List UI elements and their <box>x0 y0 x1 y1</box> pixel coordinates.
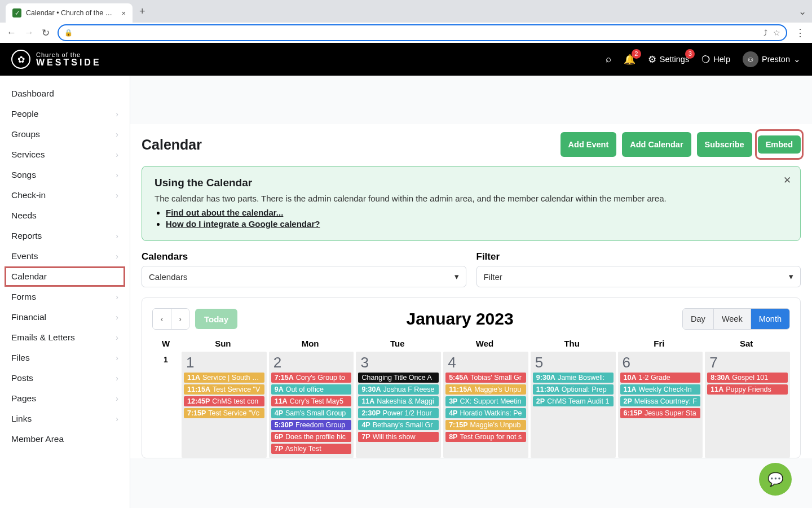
view-month-button[interactable]: Month <box>751 309 789 329</box>
calendar-event[interactable]: 11APuppy Friends <box>707 384 788 395</box>
sidebar-item-services[interactable]: Services› <box>0 144 130 165</box>
today-button[interactable]: Today <box>195 309 237 329</box>
sidebar-item-check-in[interactable]: Check-in› <box>0 185 130 205</box>
logo-text: Church of the WESTSIDE <box>36 52 102 67</box>
calendar-event[interactable]: 4PBethany's Small Gr <box>358 420 439 430</box>
calendar-event[interactable]: 4PHoratio Watkins: Pe <box>445 408 526 418</box>
prev-month-button[interactable]: ‹ <box>153 309 171 329</box>
tab-list-dropdown-icon[interactable]: ⌄ <box>798 6 806 17</box>
sidebar-item-posts[interactable]: Posts› <box>0 368 130 388</box>
calendar-event[interactable]: 5:45ATobias' Small Gr <box>445 373 526 383</box>
new-tab-button[interactable]: + <box>139 6 145 17</box>
chat-fab[interactable]: 💬 <box>759 463 792 496</box>
calendar-event[interactable]: 9:30AJamie Boswell: <box>533 373 614 383</box>
sidebar-item-financial[interactable]: Financial› <box>0 307 130 327</box>
sidebar-item-links[interactable]: Links› <box>0 409 130 429</box>
sidebar-item-reports[interactable]: Reports› <box>0 226 130 246</box>
sidebar-item-emails-letters[interactable]: Emails & Letters› <box>0 327 130 348</box>
day-cell[interactable]: 59:30AJamie Boswell:11:30AOptional: Prep… <box>531 352 616 458</box>
sidebar-item-forms[interactable]: Forms› <box>0 287 130 307</box>
dow-header: Thu <box>528 339 616 348</box>
day-cell[interactable]: 27:15ACory's Group to9AOut of office11AC… <box>269 352 354 458</box>
subscribe-button[interactable]: Subscribe <box>697 132 752 157</box>
filter-dropdown[interactable]: Filter▾ <box>476 266 801 287</box>
calendar-event[interactable]: 6:15PJesus Super Sta <box>620 408 701 418</box>
close-tab-icon[interactable]: × <box>121 9 126 17</box>
calendar-event[interactable]: 11ACory's Test May5 <box>271 396 352 406</box>
view-week-button[interactable]: Week <box>713 309 751 329</box>
reload-button[interactable]: ↻ <box>42 27 50 39</box>
day-cell[interactable]: 3Changing Title Once A9:30AJoshua F Rees… <box>356 352 441 458</box>
calendar-event[interactable]: 8PTest Group for not s <box>445 432 526 442</box>
browser-tab[interactable]: ✓ Calendar • Church of the West × <box>6 3 133 23</box>
avatar: ☺ <box>743 51 758 67</box>
calendar-event[interactable]: 8:30AGospel 101 <box>707 373 788 383</box>
day-cell[interactable]: 111AService | South Ca11:15ATest Service… <box>182 352 267 458</box>
search-button[interactable]: ⌕ <box>606 54 611 65</box>
calendar-event[interactable]: 3PCX: Support Meetin <box>445 396 526 406</box>
sidebar-item-needs[interactable]: Needs <box>0 205 130 226</box>
info-link-calendar[interactable]: Find out about the calendar... <box>166 208 283 217</box>
back-button[interactable]: ← <box>7 27 16 38</box>
day-cell[interactable]: 45:45ATobias' Small Gr11:15AMaggie's Unp… <box>443 352 528 458</box>
calendar-event[interactable]: 5:30PFreedom Group <box>271 420 352 430</box>
sidebar-item-member-area[interactable]: Member Area <box>0 429 130 449</box>
calendar-event[interactable]: 2:30PPower 1/2 Hour <box>358 408 439 418</box>
calendar-event[interactable]: 11ANakeshia & Maggi <box>358 396 439 406</box>
sidebar-item-pages[interactable]: Pages› <box>0 388 130 409</box>
calendar-event[interactable]: 11:30AOptional: Prep <box>533 384 614 395</box>
info-link-google[interactable]: How do I integrate a Google calendar? <box>166 219 320 229</box>
embed-button[interactable]: Embed <box>758 135 801 154</box>
sidebar-item-label: Calendar <box>11 271 47 282</box>
sidebar-item-events[interactable]: Events› <box>0 246 130 266</box>
chevron-right-icon: › <box>116 252 118 261</box>
calendar-event[interactable]: 11:15ATest Service "V <box>184 384 264 395</box>
view-day-button[interactable]: Day <box>683 309 713 329</box>
calendar-event[interactable]: 11AWeekly Check-In <box>620 384 701 395</box>
calendar-event[interactable]: 4PSam's Small Group <box>271 408 352 418</box>
add-event-button[interactable]: Add Event <box>561 132 617 157</box>
day-cell[interactable]: 78:30AGospel 10111APuppy Friends <box>705 352 790 458</box>
sidebar-item-groups[interactable]: Groups› <box>0 124 130 144</box>
calendar-event[interactable]: 11AService | South Ca <box>184 373 264 383</box>
settings-button[interactable]: ⚙ Settings 3 <box>648 54 689 65</box>
help-button[interactable]: ❍ Help <box>701 54 730 65</box>
chevron-right-icon: › <box>116 292 118 301</box>
sidebar-item-songs[interactable]: Songs› <box>0 165 130 185</box>
calendar-event[interactable]: 7PWill this show <box>358 432 439 442</box>
sidebar-item-dashboard[interactable]: Dashboard <box>0 84 130 104</box>
bookmark-icon[interactable]: ☆ <box>773 28 780 37</box>
calendar-event[interactable]: 11:15AMaggie's Unpu <box>445 384 526 395</box>
calendar-event[interactable]: 12:45PChMS test con <box>184 396 264 406</box>
calendar-event[interactable]: 7:15PTest Service "Vc <box>184 408 264 418</box>
sidebar-item-label: Dashboard <box>11 89 54 99</box>
calendar-event[interactable]: 2PMelissa Courtney: F <box>620 396 701 406</box>
sidebar-nav: DashboardPeople›Groups›Services›Songs›Ch… <box>0 76 130 508</box>
calendar-event[interactable]: 10A1-2 Grade <box>620 373 701 383</box>
close-info-icon[interactable]: ✕ <box>783 174 791 186</box>
add-calendar-button[interactable]: Add Calendar <box>622 132 691 157</box>
calendar-event[interactable]: 9AOut of office <box>271 384 352 395</box>
day-cell[interactable]: 610A1-2 Grade11AWeekly Check-In2PMelissa… <box>618 352 703 458</box>
calendar-event[interactable]: 9:30AJoshua F Reese <box>358 384 439 395</box>
calendar-event[interactable]: 7:15PMaggie's Unpub <box>445 420 526 430</box>
next-month-button[interactable]: › <box>171 309 189 329</box>
site-logo[interactable]: ✿ Church of the WESTSIDE <box>11 50 102 69</box>
chevron-right-icon: › <box>116 333 118 342</box>
calendar-event[interactable]: Changing Title Once A <box>358 373 439 383</box>
calendars-dropdown[interactable]: Calendars▾ <box>142 266 466 287</box>
sidebar-item-files[interactable]: Files› <box>0 348 130 368</box>
browser-menu-icon[interactable]: ⋮ <box>795 27 805 39</box>
calendar-event[interactable]: 7:15ACory's Group to <box>271 373 352 383</box>
sidebar-item-people[interactable]: People› <box>0 104 130 124</box>
notifications-button[interactable]: 🔔 2 <box>624 54 636 65</box>
view-toggle: Day Week Month <box>682 308 790 330</box>
address-bar[interactable]: 🔒 ⤴ ☆ <box>58 24 787 41</box>
user-menu[interactable]: ☺ Preston ⌄ <box>743 51 801 67</box>
calendar-event[interactable]: 6PDoes the profile hic <box>271 432 352 442</box>
sidebar-item-calendar[interactable]: Calendar <box>5 266 125 287</box>
day-number: 3 <box>358 354 439 373</box>
calendar-event[interactable]: 2PChMS Team Audit 1 <box>533 396 614 406</box>
share-icon[interactable]: ⤴ <box>764 28 767 37</box>
calendar-event[interactable]: 7PAshley Test <box>271 444 352 454</box>
